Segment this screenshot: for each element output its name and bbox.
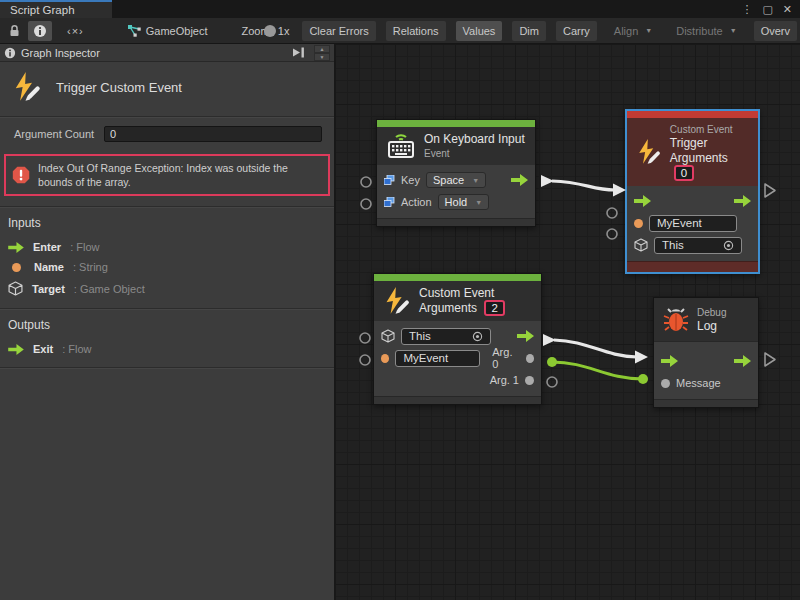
dim-toggle[interactable]: Dim: [512, 21, 546, 41]
arguments-count-badge[interactable]: 2: [484, 300, 504, 316]
info-icon: [33, 24, 47, 38]
argument-count-input[interactable]: [104, 126, 322, 142]
port-name: Target: [32, 283, 65, 295]
graph-inspector-panel: Graph Inspector ▲ ▼: [0, 44, 335, 600]
overview-button[interactable]: Overv: [754, 21, 797, 41]
trigger-name-outer-port[interactable]: [607, 208, 617, 218]
event-name-value: MyEvent: [403, 352, 448, 364]
error-message-box: Index Out Of Range Exception: Index was …: [4, 154, 330, 196]
node-footer: [374, 396, 541, 404]
gameobject-selector[interactable]: GameObject: [120, 21, 215, 41]
flow-wire-keyboard-to-trigger[interactable]: [552, 181, 615, 190]
code-icon: ‹×›: [67, 25, 84, 37]
lock-icon: [8, 24, 21, 38]
custom-target-outer-port[interactable]: [360, 333, 370, 343]
node-trigger-custom-event[interactable]: Custom Event Trigger Arguments 0: [625, 109, 760, 274]
maximize-icon[interactable]: ▢: [762, 3, 772, 16]
wire-start-triangle: [541, 175, 554, 187]
relations-toggle[interactable]: Relations: [386, 21, 446, 41]
event-name-field[interactable]: MyEvent: [649, 215, 737, 232]
key-port-row: Key Space ▼: [384, 169, 528, 191]
graph-canvas[interactable]: On Keyboard Input Event Key Space ▼: [335, 44, 800, 600]
gameobject-label: GameObject: [146, 25, 208, 37]
flow-arrow-icon: [8, 344, 24, 355]
info-icon: [4, 47, 16, 59]
cube-icon[interactable]: [381, 329, 395, 343]
edit-code-button[interactable]: ‹×›: [62, 21, 89, 41]
flow-wire-custom-to-debug[interactable]: [554, 340, 637, 357]
node-kind: Custom Event: [670, 123, 749, 136]
string-port-icon[interactable]: [381, 354, 389, 363]
inspector-header-label: Graph Inspector: [21, 47, 100, 59]
port-type: : Flow: [70, 241, 99, 253]
port-name: Name: [34, 261, 64, 273]
graph-toolbar: ‹×› GameObject Zoom 1x Clear Errors Rela…: [0, 18, 800, 44]
keyboard-action-outer-port[interactable]: [361, 199, 371, 209]
message-in-port[interactable]: [661, 379, 670, 388]
wire-start-triangle: [543, 334, 556, 346]
node-header: On Keyboard Input Event: [377, 127, 535, 165]
trigger-target-outer-port[interactable]: [607, 229, 617, 239]
custom-name-outer-port[interactable]: [360, 355, 370, 365]
node-custom-event[interactable]: Custom Event Arguments 2 This: [373, 273, 542, 405]
message-row: Message: [661, 372, 751, 394]
flow-in-port[interactable]: [661, 355, 678, 367]
event-name-value: MyEvent: [657, 217, 702, 229]
port-type: : String: [73, 261, 108, 273]
arg1-out-port[interactable]: [525, 376, 534, 385]
event-name-field[interactable]: MyEvent: [395, 350, 480, 367]
scroll-down-button[interactable]: ▼: [314, 53, 330, 61]
kebab-menu-icon[interactable]: ⋮: [741, 3, 752, 16]
lock-button[interactable]: [3, 21, 26, 41]
zoom-slider-thumb[interactable]: [264, 25, 276, 37]
debug-flow-out-outer-port[interactable]: [765, 353, 775, 366]
string-port-icon: [12, 263, 21, 272]
zoom-value: 1x: [278, 25, 290, 37]
string-port-icon[interactable]: [634, 219, 643, 228]
arg0-out-port[interactable]: [526, 354, 534, 363]
clear-errors-button[interactable]: Clear Errors: [302, 21, 375, 41]
carry-toggle[interactable]: Carry: [556, 21, 597, 41]
target-field[interactable]: This: [401, 328, 491, 345]
flow-out-port[interactable]: [517, 330, 534, 342]
values-toggle[interactable]: Values: [456, 21, 503, 41]
event-name-row: MyEvent: [634, 212, 751, 234]
arg1-outer-port[interactable]: [547, 377, 557, 387]
script-graph-icon: [127, 24, 142, 38]
node-title: Trigger: [670, 136, 749, 151]
value-wire-arg0-to-message[interactable]: [552, 362, 643, 379]
dock-panel-button[interactable]: [289, 46, 307, 60]
node-debug-log[interactable]: Debug Log Message: [653, 297, 759, 408]
node-header: Custom Event Arguments 2: [374, 281, 541, 321]
flow-out-port[interactable]: [734, 355, 751, 367]
flow-out-port[interactable]: [734, 195, 751, 207]
trigger-flow-out-outer-port[interactable]: [765, 184, 775, 197]
object-picker-icon[interactable]: [472, 331, 483, 342]
arguments-count-badge[interactable]: 0: [674, 165, 694, 181]
carry-label: Carry: [563, 25, 590, 37]
action-dropdown[interactable]: Hold ▼: [438, 194, 490, 210]
node-body: This MyEvent: [374, 321, 541, 396]
tab-script-graph[interactable]: Script Graph: [0, 0, 112, 18]
key-dropdown[interactable]: Space ▼: [426, 172, 486, 188]
tab-label: Script Graph: [10, 4, 75, 16]
align-dropdown[interactable]: Align ▼: [607, 21, 659, 41]
close-icon[interactable]: ✕: [783, 3, 792, 16]
object-picker-icon[interactable]: [723, 240, 734, 251]
inspector-title-block: Trigger Custom Event: [0, 62, 334, 116]
values-label: Values: [463, 25, 496, 37]
distribute-dropdown[interactable]: Distribute ▼: [669, 21, 743, 41]
scroll-up-button[interactable]: ▲: [314, 45, 330, 53]
node-body: Key Space ▼ Act: [377, 165, 535, 218]
node-color-bar: [377, 120, 535, 127]
target-field[interactable]: This: [654, 237, 742, 254]
flow-out-port[interactable]: [511, 174, 528, 186]
node-footer: [654, 399, 758, 407]
flow-in-port[interactable]: [634, 195, 651, 207]
title-bar: Script Graph ⋮ ▢ ✕: [0, 0, 800, 18]
cube-icon[interactable]: [634, 238, 648, 252]
inspector-toggle-button[interactable]: [28, 21, 52, 41]
node-on-keyboard-input[interactable]: On Keyboard Input Event Key Space ▼: [376, 119, 536, 227]
chevron-down-icon: ▼: [645, 27, 652, 34]
keyboard-key-outer-port[interactable]: [361, 177, 371, 187]
